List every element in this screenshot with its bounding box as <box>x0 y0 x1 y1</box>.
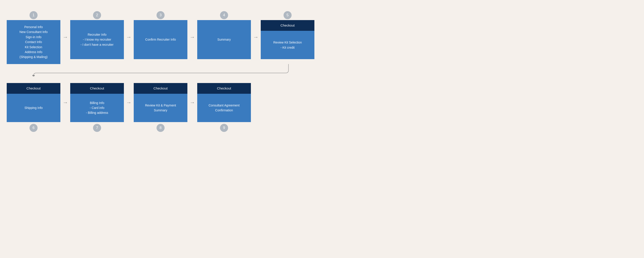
step-7-header: Checkout <box>70 83 124 94</box>
step-4-content: Summary <box>217 37 231 42</box>
step-6-body: Shipping Info <box>7 94 60 122</box>
connector-row <box>7 64 315 76</box>
step-1-number: 1 <box>30 11 38 19</box>
arrow-8-9: → <box>188 100 197 105</box>
step-2-wrapper: 2 Recruiter Info - I know my recruiter -… <box>70 11 124 59</box>
step-5-body: Review Kit Selection - Kit credit <box>261 31 314 59</box>
arrow-7-8: → <box>124 100 134 105</box>
step-6-number: 6 <box>30 124 38 132</box>
step-7-card: Checkout Billing Info - Card info - Bill… <box>70 83 124 122</box>
step-8-body: Review Kit & Payment Summary <box>134 94 188 122</box>
step-1-wrapper: 1 Personal Info New Consultant Info Sign… <box>7 11 60 64</box>
step-8-wrapper: Checkout Review Kit & Payment Summary 8 <box>134 83 188 132</box>
step-1-content: Personal Info New Consultant Info Sign-i… <box>20 24 48 60</box>
step-4-wrapper: 4 Summary <box>197 11 251 59</box>
step-6-wrapper: Checkout Shipping Info 6 <box>7 83 60 132</box>
arrow-6-7: → <box>60 100 70 105</box>
arrow-2-3: → <box>124 34 134 40</box>
step-3-wrapper: 3 Confirm Recruiter Info <box>134 11 188 59</box>
diagram-container: 1 Personal Info New Consultant Info Sign… <box>7 9 315 132</box>
step-8-header: Checkout <box>134 83 188 94</box>
step-4-number: 4 <box>220 11 228 19</box>
step-6-card: Checkout Shipping Info <box>7 83 60 122</box>
step-3-card: Confirm Recruiter Info <box>134 20 188 59</box>
step-5-card: Checkout Review Kit Selection - Kit cred… <box>261 20 314 59</box>
step-5-number: 5 <box>284 11 292 19</box>
step-9-body: Consultant Agreement Confirmation <box>197 94 251 122</box>
step-2-number: 2 <box>93 11 101 19</box>
step-1-card: Personal Info New Consultant Info Sign-i… <box>7 20 60 64</box>
step-7-number: 7 <box>93 124 101 132</box>
step-8-card: Checkout Review Kit & Payment Summary <box>134 83 188 122</box>
step-3-number: 3 <box>156 11 164 19</box>
step-9-header: Checkout <box>197 83 251 94</box>
row-1: 1 Personal Info New Consultant Info Sign… <box>7 9 315 64</box>
step-9-wrapper: Checkout Consultant Agreement Confirmati… <box>197 83 251 132</box>
arrow-4-5: → <box>251 34 261 40</box>
step-8-number: 8 <box>156 124 164 132</box>
step-7-wrapper: Checkout Billing Info - Card info - Bill… <box>70 83 124 132</box>
connector-svg <box>7 64 315 76</box>
step-6-header: Checkout <box>7 83 60 94</box>
row-2: Checkout Shipping Info 6 → Checkout Bill… <box>7 83 315 132</box>
connector-path <box>34 64 288 76</box>
step-4-card: Summary <box>197 20 251 59</box>
arrow-1-2: → <box>60 34 70 40</box>
step-5-header: Checkout <box>261 20 314 31</box>
step-2-card: Recruiter Info - I know my recruiter - I… <box>70 20 124 59</box>
step-7-body: Billing Info - Card info - Billing addre… <box>70 94 124 122</box>
step-2-content: Recruiter Info - I know my recruiter - I… <box>80 32 113 47</box>
arrow-3-4: → <box>188 34 197 40</box>
step-9-number: 9 <box>220 124 228 132</box>
step-3-content: Confirm Recruiter Info <box>145 37 176 42</box>
step-5-wrapper: 5 Checkout Review Kit Selection - Kit cr… <box>261 11 314 59</box>
step-9-card: Checkout Consultant Agreement Confirmati… <box>197 83 251 122</box>
